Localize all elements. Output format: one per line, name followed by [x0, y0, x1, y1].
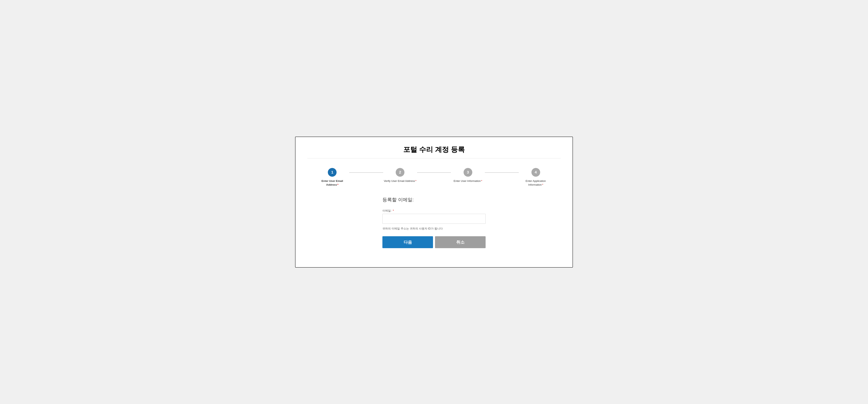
email-label: 이메일: *	[382, 209, 486, 212]
step-2-required-star: *	[415, 179, 416, 182]
step-1-required-star: *	[337, 183, 338, 186]
step-circle-4: 4	[531, 168, 540, 177]
connector-1-2	[349, 172, 383, 173]
email-required-star: *	[393, 209, 394, 212]
step-item-4: 4 Enter Application Information*	[519, 168, 553, 186]
form-section-title: 등록할 이메일:	[382, 197, 486, 203]
step-circle-1: 1	[328, 168, 337, 177]
connector-2-3	[417, 172, 451, 173]
step-item-3: 3 Enter User Information*	[451, 168, 485, 183]
step-circle-3: 3	[464, 168, 472, 177]
main-container: 포털 수리 계정 등록 1 Enter User Email Address* …	[295, 137, 573, 268]
step-item-1: 1 Enter User Email Address*	[315, 168, 349, 186]
email-form-group: 이메일: *	[382, 209, 486, 224]
step-number-1: 1	[331, 170, 333, 174]
page-title: 포털 수리 계정 등록	[307, 145, 561, 158]
stepper: 1 Enter User Email Address* 2 Verify Use…	[307, 168, 561, 186]
email-input[interactable]	[382, 214, 486, 224]
connector-3-4	[485, 172, 519, 173]
step-item-2: 2 Verify User Email Address*	[383, 168, 417, 183]
form-container: 등록할 이메일: 이메일: * 귀하의 이메일 주소는 귀하의 사용자 ID가 …	[378, 197, 490, 248]
step-label-1: Enter User Email Address*	[315, 179, 349, 186]
step-label-2: Verify User Email Address*	[384, 179, 416, 183]
form-hint-text: 귀하의 이메일 주소는 귀하의 사용자 ID가 됩니다	[382, 227, 486, 231]
step-3-required-star: *	[481, 179, 482, 182]
step-number-2: 2	[399, 170, 401, 174]
step-label-3: Enter User Information*	[454, 179, 482, 183]
step-number-4: 4	[535, 170, 537, 174]
next-button[interactable]: 다음	[382, 236, 433, 248]
cancel-button[interactable]: 취소	[435, 236, 486, 248]
step-label-4: Enter Application Information*	[519, 179, 553, 186]
step-circle-2: 2	[396, 168, 404, 177]
button-group: 다음 취소	[382, 236, 486, 248]
step-number-3: 3	[467, 170, 469, 174]
step-4-required-star: *	[542, 183, 543, 186]
